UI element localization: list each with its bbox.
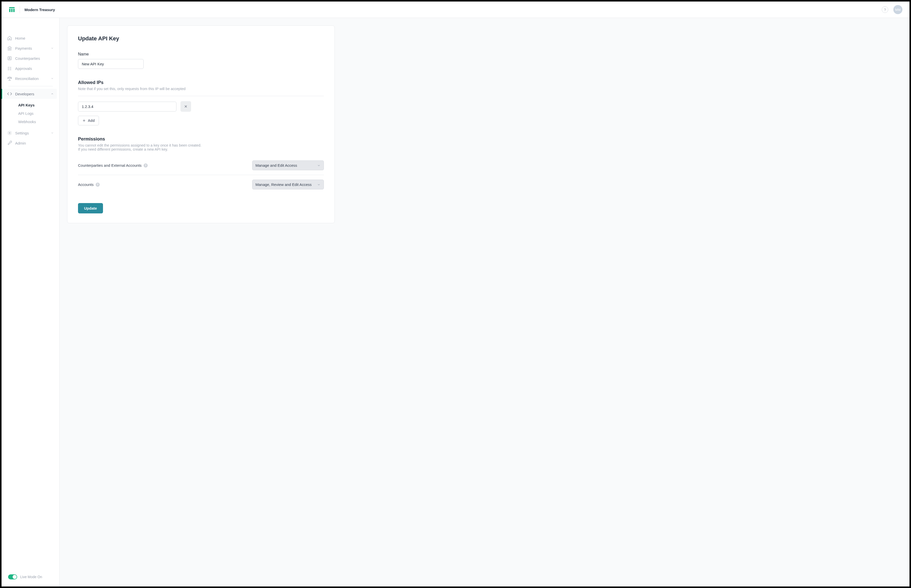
update-button[interactable]: Update (78, 203, 103, 213)
sidebar-item-label: Settings (15, 131, 29, 135)
svg-rect-2 (11, 9, 12, 12)
sidebar-item-reconciliation[interactable]: Reconciliation (4, 73, 57, 84)
avatar[interactable]: MM (893, 5, 903, 14)
sidebar-item-label: Admin (15, 141, 26, 145)
plus-icon (82, 119, 86, 122)
sidebar-item-label: Developers (15, 92, 34, 96)
perm-label-0: Counterparties and External Accounts (78, 163, 142, 168)
name-input[interactable] (78, 59, 144, 69)
svg-point-5 (9, 57, 10, 58)
chevron-down-icon (51, 77, 54, 80)
chevron-down-icon (317, 183, 320, 186)
scale-icon (7, 76, 12, 81)
close-icon (184, 105, 188, 108)
remove-ip-button[interactable] (181, 101, 191, 112)
sidebar-item-home[interactable]: Home (4, 33, 57, 43)
allowed-ips-title: Allowed IPs (78, 80, 324, 85)
subnav-webhooks[interactable]: Webhooks (15, 118, 57, 126)
svg-point-6 (9, 132, 10, 134)
sidebar-item-label: Home (15, 36, 25, 40)
bank-icon (7, 46, 12, 51)
sidebar-item-label: Payments (15, 46, 32, 50)
subnav-api-logs[interactable]: API Logs (15, 109, 57, 118)
checklist-icon (7, 66, 12, 71)
sidebar-item-counterparties[interactable]: Counterparties (4, 53, 57, 63)
add-label: Add (88, 119, 95, 123)
app-header: Modern Treasury ? MM (2, 2, 909, 18)
sidebar-item-label: Reconciliation (15, 76, 39, 81)
chevron-down-icon (317, 164, 320, 167)
page-title: Update API Key (78, 35, 324, 42)
perm-value-0: Manage and Edit Access (256, 163, 297, 168)
allowed-ips-note: Note that if you set this, only requests… (78, 87, 324, 91)
gear-icon (7, 131, 12, 136)
main-area: Update API Key Name Allowed IPs Note tha… (60, 18, 909, 586)
sidebar-item-payments[interactable]: Payments (4, 43, 57, 53)
contact-icon (7, 56, 12, 61)
sidebar-item-approvals[interactable]: Approvals (4, 63, 57, 73)
svg-rect-3 (13, 9, 15, 12)
home-icon (7, 36, 12, 40)
sidebar-item-developers[interactable]: Developers (4, 89, 57, 99)
chevron-down-icon (51, 47, 54, 50)
nav-separator (8, 86, 53, 86)
permissions-note-1: You cannot edit the permissions assigned… (78, 143, 324, 147)
perm-select-0: Manage and Edit Access (252, 160, 324, 170)
svg-rect-0 (9, 7, 15, 8)
subnav-api-keys[interactable]: API Keys (15, 101, 57, 109)
sidebar-item-label: Approvals (15, 66, 32, 71)
brand-logo[interactable] (8, 6, 15, 13)
svg-rect-1 (9, 9, 10, 12)
add-ip-button[interactable]: Add (78, 116, 99, 125)
developers-subnav: API Keys API Logs Webhooks (4, 99, 57, 128)
perm-value-1: Manage, Review and Edit Access (256, 183, 312, 187)
wrench-icon (7, 141, 12, 145)
brand-name: Modern Treasury (24, 8, 55, 12)
code-icon (7, 91, 12, 96)
sidebar-item-label: Counterparties (15, 56, 40, 61)
live-mode-label: Live Mode On (20, 575, 42, 579)
perm-select-1: Manage, Review and Edit Access (252, 179, 324, 189)
chevron-up-icon (51, 92, 54, 95)
sidebar-item-settings[interactable]: Settings (4, 128, 57, 138)
sidebar: Home Payments Counterparties Approvals (2, 18, 60, 586)
permissions-title: Permissions (78, 136, 324, 142)
form-card: Update API Key Name Allowed IPs Note tha… (67, 26, 335, 223)
live-mode-toggle[interactable] (8, 574, 17, 580)
perm-label-1: Accounts (78, 183, 94, 187)
ip-input[interactable] (78, 102, 176, 111)
name-label: Name (78, 52, 324, 57)
section-divider (78, 96, 324, 96)
sidebar-item-admin[interactable]: Admin (4, 138, 57, 148)
chevron-down-icon (51, 131, 54, 134)
brand-logo-icon (8, 6, 15, 13)
info-icon[interactable]: ? (95, 183, 100, 187)
permissions-note-2: If you need different permissions, creat… (78, 147, 324, 151)
info-icon[interactable]: ? (144, 163, 148, 168)
help-icon[interactable]: ? (882, 6, 888, 13)
